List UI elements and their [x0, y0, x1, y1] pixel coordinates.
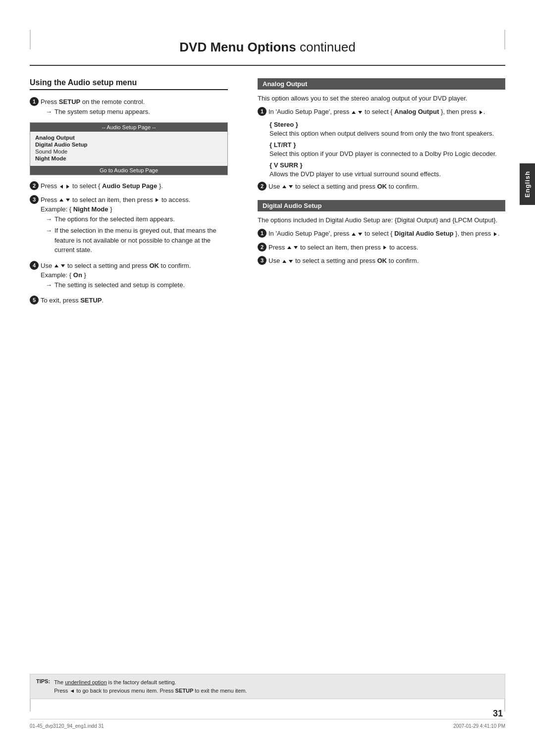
ltrt-text: Select this option if your DVD player is… — [269, 150, 505, 157]
arrow-up-icon-a2 — [282, 185, 286, 188]
section-heading-audio: Using the Audio setup menu — [30, 78, 228, 90]
tips-line2: Press ◄ to go back to previous menu item… — [54, 687, 247, 695]
arrow-down-icon-d2 — [294, 246, 298, 249]
tips-box: TIPS: The underlined option is the facto… — [30, 674, 505, 699]
page-title-bold: DVD Menu Options — [179, 40, 296, 54]
arrow-down-icon-d3 — [289, 260, 293, 263]
vsurr-heading: { V SURR } — [269, 161, 505, 169]
arrow-down-icon-4 — [61, 264, 65, 267]
menu-box: -- Audio Setup Page -- Analog Output Dig… — [30, 122, 228, 175]
step-1: 1 Press SETUP on the remote control. The… — [30, 97, 228, 118]
step-3-content: Press to select an item, then press to a… — [41, 195, 228, 257]
arrow-left-icon — [60, 185, 63, 189]
digital-step-2-number: 2 — [258, 243, 267, 252]
menu-item-analog: Analog Output — [35, 134, 222, 141]
step-3-bullet2: If the selection in the menu is greyed o… — [41, 226, 228, 255]
page-title: DVD Menu Options continued — [59, 40, 476, 55]
left-column: Using the Audio setup menu 1 Press SETUP… — [30, 78, 238, 309]
analog-step-2-number: 2 — [258, 182, 267, 191]
step-4-bullet: The setting is selected and setup is com… — [41, 280, 228, 290]
english-tab: English — [520, 163, 535, 205]
menu-item-sound: Sound Mode — [35, 148, 222, 155]
step-2: 2 Press to select { Audio Setup Page }. — [30, 181, 228, 191]
digital-step-1-content: In 'Audio Setup Page', press to select {… — [268, 229, 505, 239]
arrow-down-icon-a1 — [358, 111, 362, 114]
footer-info: 01-45_dvp3120_94_eng1.indd 31 2007-01-29… — [30, 719, 505, 729]
analog-output-section: Analog Output This option allows you to … — [258, 78, 505, 191]
arrow-up-icon-d3 — [282, 260, 286, 263]
digital-audio-intro: The options included in Digital Audio Se… — [258, 216, 505, 224]
arrow-down-icon-3 — [66, 199, 70, 202]
stereo-heading: { Stereo } — [269, 121, 505, 128]
step-1-bullet: The system setup menu appears. — [41, 107, 228, 117]
ltrt-heading: { LT/RT } — [269, 141, 505, 149]
step-3-bullet1: The options for the selected item appear… — [41, 214, 228, 224]
arrow-right-icon-d1 — [494, 232, 497, 236]
vsurr-text: Allows the DVD player to use virtual sur… — [269, 170, 505, 178]
menu-box-header: -- Audio Setup Page -- — [30, 123, 227, 132]
step-1-content: Press SETUP on the remote control. The s… — [41, 97, 228, 118]
menu-box-footer: Go to Audio Setup Page — [30, 166, 227, 175]
footer-left: 01-45_dvp3120_94_eng1.indd 31 — [30, 723, 104, 729]
arrow-up-icon-4 — [54, 264, 58, 267]
top-border-left — [30, 30, 31, 50]
step-2-content: Press to select { Audio Setup Page }. — [41, 181, 228, 191]
digital-step-1-number: 1 — [258, 229, 267, 238]
analog-step-2: 2 Use to select a setting and press OK t… — [258, 182, 505, 192]
digital-step-3: 3 Use to select a setting and press OK t… — [258, 256, 505, 266]
step-5-number: 5 — [30, 296, 39, 304]
analog-step-1-content: In 'Audio Setup Page', press to select {… — [268, 107, 505, 117]
arrow-up-icon-d2 — [287, 246, 291, 249]
menu-item-night: Night Mode — [35, 155, 222, 162]
top-border-right — [504, 30, 505, 50]
digital-step-2-content: Press to select an item, then press to a… — [268, 243, 505, 252]
page-number: 31 — [493, 708, 503, 719]
arrow-access-icon-3 — [156, 198, 159, 202]
analog-sub-items: { Stereo } Select this option when outpu… — [258, 121, 505, 178]
analog-step-1-number: 1 — [258, 107, 267, 116]
analog-output-header: Analog Output — [258, 78, 505, 90]
page-title-continued: continued — [300, 40, 356, 54]
arrow-up-icon-d1 — [352, 233, 356, 236]
right-column: Analog Output This option allows you to … — [253, 78, 505, 309]
stereo-text: Select this option when output delivers … — [269, 130, 505, 137]
step-1-number: 1 — [30, 97, 39, 106]
analog-output-intro: This option allows you to set the stereo… — [258, 95, 505, 102]
step-4-number: 4 — [30, 261, 39, 270]
arrow-down-icon-a2 — [289, 185, 293, 188]
footer-right: 2007-01-29 4:41:10 PM — [453, 723, 505, 729]
tips-label: TIPS: — [36, 678, 50, 684]
step-5: 5 To exit, press SETUP. — [30, 296, 228, 305]
arrow-right-icon — [66, 185, 69, 189]
digital-step-1: 1 In 'Audio Setup Page', press to select… — [258, 229, 505, 239]
digital-step-2: 2 Press to select an item, then press to… — [258, 243, 505, 252]
digital-step-3-number: 3 — [258, 256, 267, 265]
digital-audio-header: Digital Audio Setup — [258, 200, 505, 211]
page-container: English DVD Menu Options continued Using… — [0, 0, 535, 756]
arrow-up-icon-3 — [59, 199, 63, 202]
main-content: Using the Audio setup menu 1 Press SETUP… — [30, 66, 505, 309]
step-5-content: To exit, press SETUP. — [41, 296, 228, 305]
step-4: 4 Use to select a setting and press OK t… — [30, 261, 228, 292]
step-3-number: 3 — [30, 195, 39, 204]
step-2-number: 2 — [30, 181, 39, 190]
tips-line1: The underlined option is the factory def… — [54, 678, 247, 687]
step-3: 3 Press to select an item, then press to… — [30, 195, 228, 257]
menu-box-body: Analog Output Digital Audio Setup Sound … — [30, 132, 227, 166]
arrow-up-icon-a1 — [352, 111, 356, 114]
analog-step-2-content: Use to select a setting and press OK to … — [268, 182, 505, 192]
arrow-right-icon-d2 — [383, 246, 386, 250]
digital-step-3-content: Use to select a setting and press OK to … — [268, 256, 505, 266]
tips-content: The underlined option is the factory def… — [54, 678, 247, 695]
step-4-content: Use to select a setting and press OK to … — [41, 261, 228, 292]
page-title-area: DVD Menu Options continued — [30, 0, 505, 66]
digital-audio-section: Digital Audio Setup The options included… — [258, 200, 505, 266]
analog-step-1: 1 In 'Audio Setup Page', press to select… — [258, 107, 505, 117]
menu-item-digital: Digital Audio Setup — [35, 141, 222, 148]
arrow-right-icon-a1 — [480, 110, 482, 114]
arrow-down-icon-d1 — [358, 233, 362, 236]
